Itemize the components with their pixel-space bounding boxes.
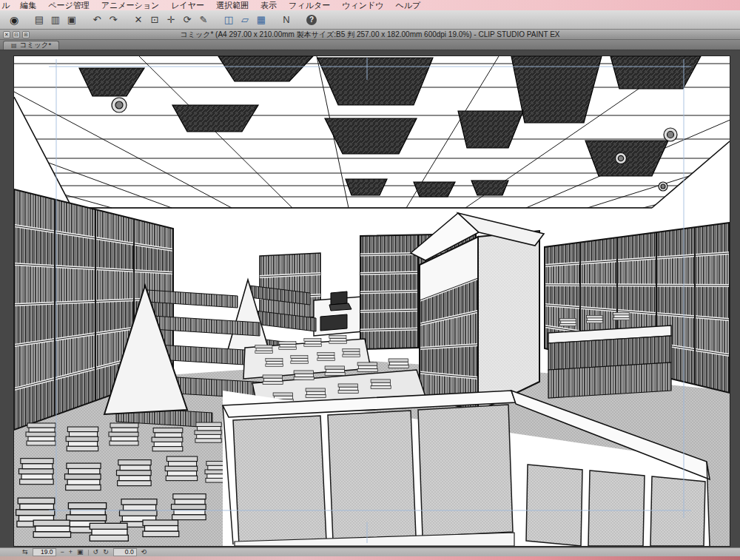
- tab-label: コミック*: [20, 41, 52, 50]
- pan-icon[interactable]: ⇆: [22, 549, 28, 556]
- document-titlebar: ✕ ⊟ ⊞ コミック* (A4 297.00 x 210.00mm 製本サイズ:…: [0, 30, 740, 40]
- pencil-icon[interactable]: ✎: [195, 13, 212, 27]
- zoom-in-icon[interactable]: +: [69, 549, 73, 556]
- canvas-area: [0, 50, 740, 547]
- status-bar: ⇆ 19.0 − + ▣ ↺ ↻ 0.0 ⟲: [0, 547, 740, 556]
- rotate-cw-icon[interactable]: ↻: [103, 549, 109, 556]
- snap-ruler-icon[interactable]: ◫: [221, 13, 237, 27]
- rotate-view-icon[interactable]: ⟳: [179, 13, 195, 27]
- status-divider: [88, 550, 89, 556]
- menu-view[interactable]: 表示: [255, 0, 283, 10]
- canvas-artwork: [14, 56, 730, 546]
- redo-icon[interactable]: ↷: [105, 13, 121, 27]
- menu-bar: ル 編集 ページ管理 アニメーション レイヤー 選択範囲 表示 フィルター ウィ…: [0, 0, 740, 10]
- menu-layer[interactable]: レイヤー: [165, 0, 210, 10]
- open-canvas-icon[interactable]: ▥: [47, 13, 64, 27]
- new-canvas-icon[interactable]: ▤: [31, 13, 47, 27]
- menu-file[interactable]: ル: [1, 0, 14, 10]
- menu-help[interactable]: ヘルプ: [389, 0, 426, 10]
- snap-grid-icon[interactable]: ▦: [253, 13, 269, 27]
- zoom-out-icon[interactable]: −: [61, 549, 64, 556]
- menu-page-manage[interactable]: ページ管理: [42, 0, 95, 10]
- central-gondola: [411, 213, 544, 411]
- rotate-ccw-icon[interactable]: ↺: [93, 549, 99, 556]
- tab-page-icon: ▤: [11, 42, 17, 49]
- zoom-value[interactable]: 19.0: [33, 548, 56, 556]
- menu-filter[interactable]: フィルター: [283, 0, 336, 10]
- document-tabbar: ▤ コミック*: [0, 40, 740, 50]
- fit-screen-icon[interactable]: ▣: [77, 549, 84, 556]
- tab-comic[interactable]: ▤ コミック*: [3, 41, 59, 50]
- clip-studio-window: ル 編集 ページ管理 アニメーション レイヤー 選択範囲 表示 フィルター ウィ…: [0, 0, 740, 560]
- undo-icon[interactable]: ↶: [89, 13, 105, 27]
- vector-snap-icon[interactable]: N: [278, 13, 295, 27]
- back-small-shelf: [260, 253, 320, 320]
- document-canvas[interactable]: [13, 55, 730, 547]
- menu-edit[interactable]: 編集: [14, 0, 42, 10]
- clip-studio-logo-icon[interactable]: ◉: [6, 13, 22, 27]
- move-canvas-icon[interactable]: ✛: [163, 13, 179, 27]
- rotation-value[interactable]: 0.0: [113, 548, 137, 556]
- menu-animation[interactable]: アニメーション: [95, 0, 166, 10]
- menu-selection[interactable]: 選択範囲: [210, 0, 255, 10]
- save-canvas-icon[interactable]: ▣: [64, 13, 80, 27]
- main-toolbar: ◉ ▤ ▥ ▣ ↶ ↷ ✕ ⊡ ✛ ⟳ ✎ ◫ ▱ ▦ N ?: [0, 10, 740, 30]
- help-icon[interactable]: ?: [303, 13, 320, 27]
- delete-selection-icon[interactable]: ✕: [130, 13, 147, 27]
- document-title: コミック* (A4 297.00 x 210.00mm 製本サイズ:B5 判 2…: [0, 30, 740, 40]
- reset-view-icon[interactable]: ⟲: [141, 549, 147, 556]
- menu-window[interactable]: ウィンドウ: [336, 0, 389, 10]
- snap-special-ruler-icon[interactable]: ▱: [237, 13, 253, 27]
- transform-icon[interactable]: ⊡: [147, 13, 163, 27]
- desktop-wallpaper: [0, 556, 740, 560]
